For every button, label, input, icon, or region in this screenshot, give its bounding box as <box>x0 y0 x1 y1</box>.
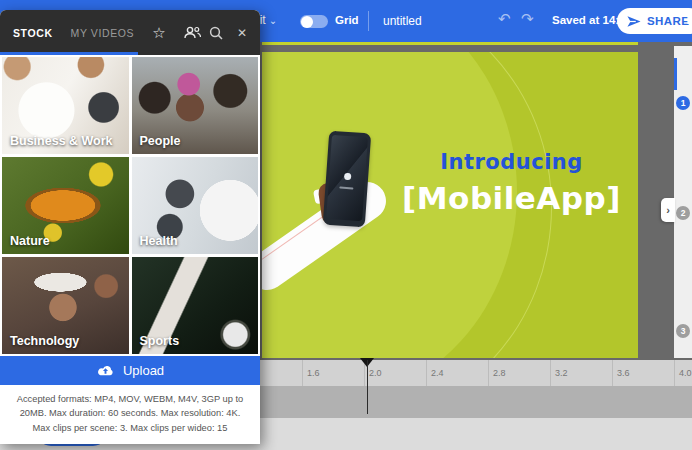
category-label: Health <box>140 234 178 248</box>
category-tile-health[interactable]: Health <box>132 157 259 254</box>
category-tile-nature[interactable]: Nature <box>2 157 129 254</box>
category-label: Technology <box>10 334 79 348</box>
timeline-ruler[interactable]: 1.6 2.0 2.4 2.8 3.2 3.6 4.0 <box>260 360 692 386</box>
category-label: Sports <box>140 334 180 348</box>
illustration-phone <box>323 131 371 228</box>
category-label: People <box>140 134 181 148</box>
canvas-top-edge <box>262 42 638 45</box>
grid-toggle-knob <box>301 16 313 28</box>
chevron-down-icon: ⌄ <box>269 15 277 26</box>
plus-icon[interactable]: + <box>684 12 692 28</box>
category-tile-business-work[interactable]: Business & Work <box>2 57 129 154</box>
grid-toggle-label: Grid <box>335 14 359 26</box>
tab-my-videos[interactable]: MY VIDEOS <box>71 27 135 39</box>
topbar-divider <box>368 11 369 31</box>
tab-stock[interactable]: STOCK <box>13 27 53 39</box>
search-icon[interactable] <box>209 26 223 40</box>
app-window: Edit⌄ Grid untitled ↶ ↷ Saved at 14:30 S… <box>0 0 692 450</box>
category-grid: Business & Work People Nature Health Tec… <box>0 55 260 356</box>
active-tab-indicator <box>0 52 138 55</box>
scene-button-1[interactable]: 1 <box>676 96 690 110</box>
canvas-subheading[interactable]: [MobileApp] <box>399 180 624 216</box>
upload-button[interactable]: Upload <box>0 356 260 385</box>
canvas-text-block[interactable]: Introducing [MobileApp] <box>399 150 624 216</box>
cloud-upload-icon <box>96 364 115 377</box>
category-tile-sports[interactable]: Sports <box>132 257 259 354</box>
expand-panel-tab[interactable]: › <box>661 198 675 222</box>
scene-button-2[interactable]: 2 <box>676 206 690 220</box>
share-button-label: SHARE <box>647 15 689 27</box>
upload-formats-note: Accepted formats: MP4, MOV, WEBM, M4V, 3… <box>0 385 260 444</box>
video-canvas[interactable]: Introducing [MobileApp] <box>262 52 638 358</box>
users-icon[interactable] <box>184 26 201 39</box>
stock-panel-header: STOCK MY VIDEOS ☆ ✕ <box>0 10 260 55</box>
redo-icon[interactable]: ↷ <box>521 10 534 28</box>
project-title[interactable]: untitled <box>383 14 422 28</box>
scene-button-3[interactable]: 3 <box>676 324 690 338</box>
favorites-star-icon[interactable]: ☆ <box>152 24 165 42</box>
canvas-heading[interactable]: Introducing <box>399 150 624 174</box>
close-icon[interactable]: ✕ <box>237 26 247 40</box>
category-tile-people[interactable]: People <box>132 57 259 154</box>
scene-scroll-indicator <box>674 58 677 90</box>
category-label: Business & Work <box>10 134 113 148</box>
upload-button-label: Upload <box>123 363 164 378</box>
grid-toggle[interactable] <box>300 15 328 28</box>
playhead-line <box>367 360 369 414</box>
timeline-track[interactable] <box>260 386 692 418</box>
chevron-right-icon: › <box>666 204 670 216</box>
undo-icon[interactable]: ↶ <box>498 10 511 28</box>
share-button[interactable]: SHARE <box>617 8 692 34</box>
category-tile-technology[interactable]: Technology <box>2 257 129 354</box>
stock-media-panel: STOCK MY VIDEOS ☆ ✕ Business & Work Peop… <box>0 10 260 444</box>
category-label: Nature <box>10 234 50 248</box>
editor-workspace: Introducing [MobileApp] 1 2 3 › <box>260 42 692 360</box>
scene-navigator: 1 2 3 <box>674 46 692 358</box>
send-icon <box>627 15 641 28</box>
